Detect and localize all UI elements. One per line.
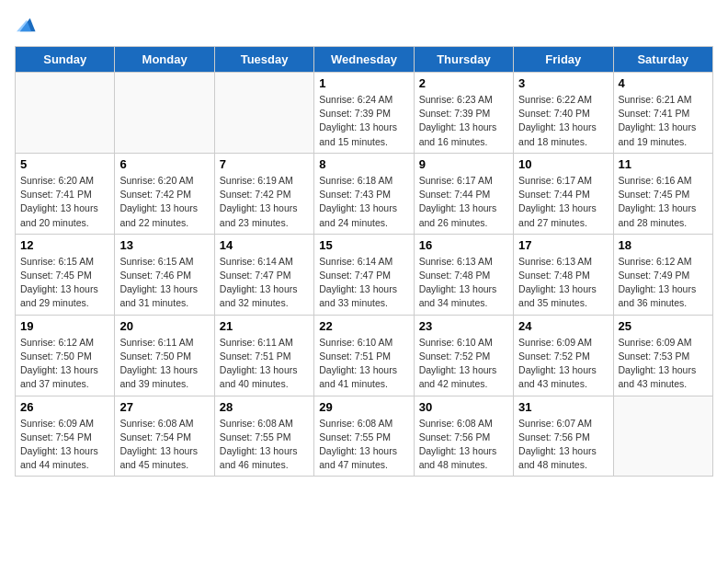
day-info: Sunrise: 6:22 AMSunset: 7:40 PMDaylight:… — [518, 93, 608, 149]
day-info: Sunrise: 6:07 AMSunset: 7:56 PMDaylight:… — [518, 417, 608, 473]
day-info: Sunrise: 6:09 AMSunset: 7:52 PMDaylight:… — [518, 336, 608, 392]
calendar-cell: 31Sunrise: 6:07 AMSunset: 7:56 PMDayligh… — [514, 396, 613, 477]
day-number: 14 — [220, 238, 309, 252]
day-number: 5 — [20, 157, 109, 171]
calendar-header-row: SundayMondayTuesdayWednesdayThursdayFrid… — [16, 47, 713, 73]
calendar-cell: 6Sunrise: 6:20 AMSunset: 7:42 PMDaylight… — [115, 153, 214, 234]
calendar-cell: 25Sunrise: 6:09 AMSunset: 7:53 PMDayligh… — [613, 315, 712, 396]
day-number: 30 — [419, 400, 508, 414]
day-info: Sunrise: 6:13 AMSunset: 7:48 PMDaylight:… — [419, 255, 508, 311]
day-info: Sunrise: 6:24 AMSunset: 7:39 PMDaylight:… — [319, 93, 408, 149]
day-number: 16 — [419, 238, 508, 252]
day-number: 12 — [20, 238, 109, 252]
day-number: 20 — [119, 319, 209, 333]
day-number: 24 — [518, 319, 608, 333]
calendar-cell: 30Sunrise: 6:08 AMSunset: 7:56 PMDayligh… — [414, 396, 513, 477]
page-header — [15, 15, 713, 35]
day-number: 18 — [619, 238, 708, 252]
weekday-header-saturday: Saturday — [613, 47, 712, 73]
calendar-week-row: 19Sunrise: 6:12 AMSunset: 7:50 PMDayligh… — [16, 315, 713, 396]
day-info: Sunrise: 6:17 AMSunset: 7:44 PMDaylight:… — [518, 174, 608, 230]
day-number: 4 — [619, 76, 708, 90]
calendar-cell: 4Sunrise: 6:21 AMSunset: 7:41 PMDaylight… — [613, 73, 712, 154]
calendar-cell: 11Sunrise: 6:16 AMSunset: 7:45 PMDayligh… — [613, 153, 712, 234]
day-number: 27 — [119, 400, 209, 414]
day-info: Sunrise: 6:08 AMSunset: 7:55 PMDaylight:… — [220, 417, 309, 473]
calendar-cell: 17Sunrise: 6:13 AMSunset: 7:48 PMDayligh… — [514, 234, 613, 315]
day-number: 6 — [119, 157, 209, 171]
calendar-cell: 7Sunrise: 6:19 AMSunset: 7:42 PMDaylight… — [214, 153, 313, 234]
day-info: Sunrise: 6:09 AMSunset: 7:53 PMDaylight:… — [619, 336, 708, 392]
calendar-cell: 2Sunrise: 6:23 AMSunset: 7:39 PMDaylight… — [414, 73, 513, 154]
weekday-header-thursday: Thursday — [414, 47, 513, 73]
calendar-week-row: 1Sunrise: 6:24 AMSunset: 7:39 PMDaylight… — [16, 73, 713, 154]
calendar-cell: 29Sunrise: 6:08 AMSunset: 7:55 PMDayligh… — [314, 396, 414, 477]
day-number: 19 — [20, 319, 109, 333]
day-number: 10 — [518, 157, 608, 171]
calendar-cell: 18Sunrise: 6:12 AMSunset: 7:49 PMDayligh… — [613, 234, 712, 315]
day-number: 8 — [319, 157, 408, 171]
day-number: 17 — [518, 238, 608, 252]
day-info: Sunrise: 6:08 AMSunset: 7:56 PMDaylight:… — [419, 417, 508, 473]
day-number: 1 — [319, 76, 408, 90]
weekday-header-sunday: Sunday — [16, 47, 115, 73]
day-info: Sunrise: 6:12 AMSunset: 7:50 PMDaylight:… — [20, 336, 109, 392]
day-number: 11 — [619, 157, 708, 171]
day-number: 25 — [619, 319, 708, 333]
calendar-cell: 28Sunrise: 6:08 AMSunset: 7:55 PMDayligh… — [214, 396, 313, 477]
day-number: 7 — [220, 157, 309, 171]
weekday-header-tuesday: Tuesday — [214, 47, 313, 73]
calendar-cell: 19Sunrise: 6:12 AMSunset: 7:50 PMDayligh… — [16, 315, 115, 396]
day-number: 26 — [20, 400, 109, 414]
day-info: Sunrise: 6:19 AMSunset: 7:42 PMDaylight:… — [220, 174, 309, 230]
calendar-cell: 1Sunrise: 6:24 AMSunset: 7:39 PMDaylight… — [314, 73, 414, 154]
weekday-header-friday: Friday — [514, 47, 613, 73]
day-info: Sunrise: 6:09 AMSunset: 7:54 PMDaylight:… — [20, 417, 109, 473]
day-number: 9 — [419, 157, 508, 171]
calendar-cell: 24Sunrise: 6:09 AMSunset: 7:52 PMDayligh… — [514, 315, 613, 396]
calendar-cell: 27Sunrise: 6:08 AMSunset: 7:54 PMDayligh… — [115, 396, 214, 477]
calendar-cell: 13Sunrise: 6:15 AMSunset: 7:46 PMDayligh… — [115, 234, 214, 315]
day-info: Sunrise: 6:13 AMSunset: 7:48 PMDaylight:… — [518, 255, 608, 311]
calendar-cell: 26Sunrise: 6:09 AMSunset: 7:54 PMDayligh… — [16, 396, 115, 477]
calendar-cell: 21Sunrise: 6:11 AMSunset: 7:51 PMDayligh… — [214, 315, 313, 396]
calendar-cell: 5Sunrise: 6:20 AMSunset: 7:41 PMDaylight… — [16, 153, 115, 234]
calendar-cell: 23Sunrise: 6:10 AMSunset: 7:52 PMDayligh… — [414, 315, 513, 396]
day-number: 29 — [319, 400, 408, 414]
calendar-cell — [613, 396, 712, 477]
calendar-cell: 10Sunrise: 6:17 AMSunset: 7:44 PMDayligh… — [514, 153, 613, 234]
day-info: Sunrise: 6:08 AMSunset: 7:55 PMDaylight:… — [319, 417, 408, 473]
day-info: Sunrise: 6:15 AMSunset: 7:46 PMDaylight:… — [119, 255, 209, 311]
day-info: Sunrise: 6:14 AMSunset: 7:47 PMDaylight:… — [319, 255, 408, 311]
calendar-cell — [16, 73, 115, 154]
day-info: Sunrise: 6:14 AMSunset: 7:47 PMDaylight:… — [220, 255, 309, 311]
day-info: Sunrise: 6:15 AMSunset: 7:45 PMDaylight:… — [20, 255, 109, 311]
day-info: Sunrise: 6:11 AMSunset: 7:51 PMDaylight:… — [220, 336, 309, 392]
day-info: Sunrise: 6:21 AMSunset: 7:41 PMDaylight:… — [619, 93, 708, 149]
calendar-cell: 16Sunrise: 6:13 AMSunset: 7:48 PMDayligh… — [414, 234, 513, 315]
day-info: Sunrise: 6:11 AMSunset: 7:50 PMDaylight:… — [119, 336, 209, 392]
day-info: Sunrise: 6:16 AMSunset: 7:45 PMDaylight:… — [619, 174, 708, 230]
calendar-cell: 20Sunrise: 6:11 AMSunset: 7:50 PMDayligh… — [115, 315, 214, 396]
day-info: Sunrise: 6:17 AMSunset: 7:44 PMDaylight:… — [419, 174, 508, 230]
day-number: 22 — [319, 319, 408, 333]
day-number: 3 — [518, 76, 608, 90]
day-number: 2 — [419, 76, 508, 90]
day-info: Sunrise: 6:12 AMSunset: 7:49 PMDaylight:… — [619, 255, 708, 311]
day-number: 15 — [319, 238, 408, 252]
day-info: Sunrise: 6:10 AMSunset: 7:52 PMDaylight:… — [419, 336, 508, 392]
calendar-cell: 3Sunrise: 6:22 AMSunset: 7:40 PMDaylight… — [514, 73, 613, 154]
calendar-week-row: 12Sunrise: 6:15 AMSunset: 7:45 PMDayligh… — [16, 234, 713, 315]
calendar-cell — [214, 73, 313, 154]
logo — [15, 15, 37, 35]
day-info: Sunrise: 6:08 AMSunset: 7:54 PMDaylight:… — [119, 417, 209, 473]
day-number: 13 — [119, 238, 209, 252]
weekday-header-wednesday: Wednesday — [314, 47, 414, 73]
calendar-cell — [115, 73, 214, 154]
calendar-week-row: 26Sunrise: 6:09 AMSunset: 7:54 PMDayligh… — [16, 396, 713, 477]
calendar-table: SundayMondayTuesdayWednesdayThursdayFrid… — [15, 46, 713, 477]
day-number: 28 — [220, 400, 309, 414]
day-info: Sunrise: 6:18 AMSunset: 7:43 PMDaylight:… — [319, 174, 408, 230]
calendar-cell: 22Sunrise: 6:10 AMSunset: 7:51 PMDayligh… — [314, 315, 414, 396]
day-info: Sunrise: 6:20 AMSunset: 7:41 PMDaylight:… — [20, 174, 109, 230]
